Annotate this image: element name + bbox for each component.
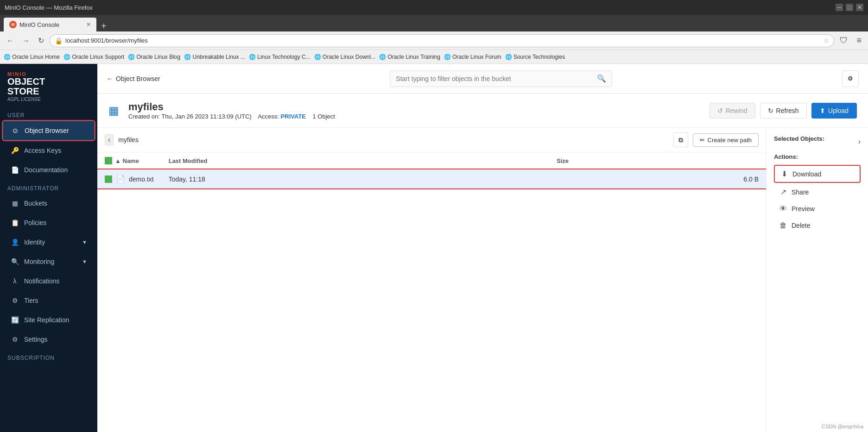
logo-license: AGPL LICENSE: [7, 97, 90, 102]
forward-button[interactable]: →: [19, 35, 32, 47]
created-label: Created on:: [128, 113, 160, 120]
site-replication-icon: 🔄: [10, 315, 19, 325]
sidebar-item-tiers-label: Tiers: [24, 297, 38, 304]
delete-label: Delete: [792, 222, 810, 229]
sidebar-item-buckets-label: Buckets: [24, 200, 47, 207]
close-button[interactable]: ✕: [856, 4, 863, 11]
breadcrumb-back-button[interactable]: ‹: [105, 134, 114, 145]
preview-action[interactable]: 👁 Preview: [774, 201, 861, 217]
last-modified-column-header[interactable]: Last Modified: [161, 152, 549, 169]
select-all-header[interactable]: ▲ Name: [97, 152, 161, 169]
sidebar-item-tiers[interactable]: ⚙ Tiers: [3, 291, 95, 310]
minimize-button[interactable]: ─: [836, 4, 843, 11]
sidebar-item-object-browser-label: Object Browser: [25, 127, 69, 134]
back-to-object-browser-button[interactable]: ← Object Browser: [107, 75, 160, 82]
name-column-header: ▲ Name: [115, 157, 139, 164]
sidebar-item-site-replication[interactable]: 🔄 Site Replication: [3, 311, 95, 329]
sidebar-item-documentation-label: Documentation: [24, 166, 68, 174]
create-new-path-button[interactable]: ✏ Create new path: [693, 133, 759, 147]
bookmark-source-tech[interactable]: 🌐 Source Technologies: [505, 54, 565, 60]
bookmark-oracle-blog[interactable]: 🌐 Oracle Linux Blog: [128, 54, 180, 60]
download-label: Download: [792, 170, 821, 178]
file-last-modified: Today, 11:18: [161, 169, 549, 188]
sidebar-item-buckets[interactable]: ▦ Buckets: [3, 194, 95, 213]
bucket-actions: ↺ Rewind ↻ Refresh ⬆ Upload: [710, 103, 857, 119]
share-label: Share: [792, 188, 809, 196]
file-size: 6.0 B: [549, 169, 766, 188]
bucket-name: myfiles: [128, 101, 335, 113]
file-checkbox-cell[interactable]: 📄 demo.txt: [97, 169, 161, 188]
menu-button[interactable]: ≡: [854, 34, 864, 47]
delete-action[interactable]: 🗑 Delete: [774, 218, 861, 233]
copy-path-button[interactable]: ⧉: [673, 132, 688, 147]
bookmark-oracle-forum[interactable]: 🌐 Oracle Linux Forum: [444, 54, 501, 60]
page-settings-button[interactable]: ⚙: [842, 70, 859, 87]
bookmark-oracle-download[interactable]: 🌐 Oracle Linux Downl...: [314, 54, 375, 60]
size-column-header[interactable]: Size: [549, 152, 766, 169]
address-text: localhost:9001/browser/myfiles: [65, 37, 821, 44]
upload-icon: ⬆: [820, 107, 825, 114]
sidebar-logo: MINIO OBJECT STORE AGPL LICENSE: [0, 64, 97, 106]
search-input[interactable]: [396, 75, 593, 82]
sidebar-item-monitoring[interactable]: 🔍 Monitoring ▼: [3, 252, 95, 271]
user-section-label: User: [0, 106, 97, 120]
security-icon: 🔒: [55, 37, 63, 44]
sidebar-item-policies[interactable]: 📋 Policies: [3, 213, 95, 232]
file-browser-main: ‹ myfiles ⧉ ✏ Create new path: [97, 128, 766, 432]
file-table-body: 📄 demo.txt Today, 11:18 6.0 B: [97, 169, 766, 188]
rewind-label: Rewind: [726, 107, 748, 114]
upload-label: Upload: [828, 107, 849, 114]
share-action[interactable]: ↗ Share: [774, 184, 861, 200]
access-value: PRIVATE: [281, 113, 306, 120]
restore-button[interactable]: □: [846, 4, 853, 11]
sidebar-item-site-replication-label: Site Replication: [24, 316, 69, 324]
refresh-label: Refresh: [776, 107, 799, 114]
tab-close-button[interactable]: ✕: [86, 21, 91, 28]
buckets-icon: ▦: [10, 199, 19, 208]
file-name-cell: 📄 demo.txt: [116, 175, 154, 183]
sidebar-item-documentation[interactable]: 📄 Documentation: [3, 161, 95, 179]
window-controls[interactable]: ─ □ ✕: [836, 4, 863, 11]
bookmark-linux-tech[interactable]: 🌐 Linux Technology C...: [249, 54, 310, 60]
sidebar-item-access-keys[interactable]: 🔑 Access Keys: [3, 141, 95, 160]
objects-count: 1 Object: [312, 113, 335, 120]
subscription-section-label: Subscription: [0, 349, 97, 363]
top-header: ← Object Browser 🔍 ⚙: [97, 64, 868, 94]
new-tab-button[interactable]: +: [97, 21, 110, 31]
sidebar-item-notifications-label: Notifications: [24, 277, 59, 285]
bookmark-oracle-home[interactable]: 🌐 Oracle Linux Home: [4, 54, 60, 60]
back-button[interactable]: ←: [4, 35, 17, 47]
actions-label: Actions:: [774, 153, 861, 160]
title-bar: MinIO Console — Mozilla Firefox ─ □ ✕: [0, 0, 868, 15]
upload-button[interactable]: ⬆ Upload: [811, 103, 857, 119]
documentation-icon: 📄: [10, 165, 19, 175]
select-all-checkbox[interactable]: [105, 157, 112, 164]
logo-store: STORE: [7, 86, 90, 97]
back-arrow-icon: ←: [107, 75, 113, 82]
table-row[interactable]: 📄 demo.txt Today, 11:18 6.0 B: [97, 169, 766, 188]
sidebar-item-notifications[interactable]: λ Notifications: [3, 272, 95, 290]
search-bar[interactable]: 🔍: [390, 70, 612, 87]
reload-button[interactable]: ↻: [35, 34, 47, 47]
panel-toggle-button[interactable]: ›: [858, 138, 861, 146]
active-tab[interactable]: M MinIO Console ✕: [4, 18, 96, 31]
bookmark-star-icon[interactable]: ☆: [824, 37, 829, 44]
preview-icon: 👁: [779, 205, 788, 213]
sidebar-item-object-browser[interactable]: ⊙ Object Browser: [3, 121, 95, 140]
download-action[interactable]: ⬇ Download: [774, 165, 861, 183]
monitoring-chevron-icon: ▼: [82, 259, 87, 264]
monitoring-icon: 🔍: [10, 257, 19, 266]
rewind-button[interactable]: ↺ Rewind: [710, 103, 755, 119]
bookmark-unbreakable[interactable]: 🌐 Unbreakable Linux ...: [184, 54, 245, 60]
refresh-button[interactable]: ↻ Refresh: [760, 103, 807, 119]
identity-icon: 👤: [10, 238, 19, 247]
address-bar[interactable]: 🔒 localhost:9001/browser/myfiles ☆: [50, 34, 834, 47]
file-table-header: ▲ Name Last Modified Size: [97, 152, 766, 169]
shield-icon[interactable]: 🛡: [837, 34, 851, 47]
sidebar-item-settings[interactable]: ⚙ Settings: [3, 330, 95, 349]
file-row-checkbox[interactable]: [105, 175, 112, 183]
sidebar-item-identity[interactable]: 👤 Identity ▼: [3, 233, 95, 251]
bookmark-oracle-support[interactable]: 🌐 Oracle Linux Support: [63, 54, 124, 60]
app-content: MINIO OBJECT STORE AGPL LICENSE User ⊙ O…: [0, 64, 868, 432]
bookmark-oracle-training[interactable]: 🌐 Oracle Linux Training: [379, 54, 440, 60]
